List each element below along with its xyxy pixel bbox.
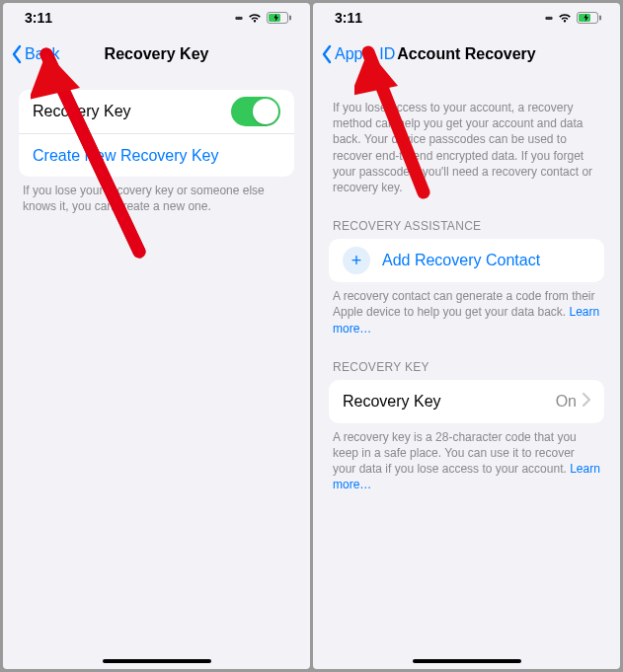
row-link-label: Add Recovery Contact bbox=[382, 252, 590, 269]
home-indicator[interactable] bbox=[103, 659, 211, 663]
wifi-icon bbox=[557, 12, 573, 24]
recovery-key-row[interactable]: Recovery Key bbox=[19, 90, 294, 133]
cellular-icon: •••• bbox=[235, 13, 241, 24]
battery-icon bbox=[267, 12, 292, 24]
status-right: •••• bbox=[545, 12, 602, 24]
svg-rect-5 bbox=[599, 16, 601, 21]
assistance-footer: A recovery contact can generate a code f… bbox=[329, 282, 604, 336]
status-time: 3:11 bbox=[25, 10, 52, 26]
battery-icon bbox=[577, 12, 602, 24]
chevron-left-icon bbox=[11, 44, 23, 64]
plus-icon: + bbox=[343, 247, 370, 274]
wifi-icon bbox=[247, 12, 263, 24]
add-recovery-contact-row[interactable]: + Add Recovery Contact bbox=[329, 239, 604, 282]
recovery-key-group: Recovery Key Create New Recovery Key bbox=[19, 90, 294, 177]
status-bar: 3:11 •••• bbox=[313, 3, 620, 33]
home-indicator[interactable] bbox=[413, 659, 521, 663]
row-label: Recovery Key bbox=[33, 103, 231, 120]
chevron-right-icon bbox=[583, 393, 590, 411]
status-bar: 3:11 •••• bbox=[3, 3, 310, 33]
recovery-key-group: Recovery Key On bbox=[329, 380, 604, 423]
phone-right: 3:11 •••• Apple ID Account Recovery If y… bbox=[313, 3, 620, 669]
nav-bar: Back Recovery Key bbox=[3, 33, 310, 76]
status-time: 3:11 bbox=[335, 10, 362, 26]
footer-text: A recovery key is a 28-character code th… bbox=[333, 430, 577, 476]
back-button-label: Back bbox=[25, 45, 60, 63]
back-button[interactable]: Apple ID bbox=[321, 44, 395, 64]
section-header-key: RECOVERY KEY bbox=[329, 360, 604, 380]
key-footer: A recovery key is a 28-character code th… bbox=[329, 423, 604, 493]
back-button[interactable]: Back bbox=[11, 44, 60, 64]
intro-text: If you lose access to your account, a re… bbox=[329, 100, 604, 195]
back-button-label: Apple ID bbox=[335, 45, 395, 63]
chevron-left-icon bbox=[321, 44, 333, 64]
nav-bar: Apple ID Account Recovery bbox=[313, 33, 620, 76]
recovery-key-toggle[interactable] bbox=[231, 97, 280, 126]
cellular-icon: •••• bbox=[545, 13, 551, 24]
row-value: On bbox=[556, 393, 577, 411]
toggle-knob bbox=[253, 99, 278, 124]
svg-rect-2 bbox=[289, 16, 291, 21]
content: Recovery Key Create New Recovery Key If … bbox=[3, 76, 310, 669]
status-right: •••• bbox=[235, 12, 292, 24]
create-new-recovery-key-row[interactable]: Create New Recovery Key bbox=[19, 133, 294, 177]
phone-left: 3:11 •••• Back Recovery Key Recovery Key bbox=[3, 3, 310, 669]
row-label: Recovery Key bbox=[343, 393, 556, 411]
group-footer: If you lose your recovery key or someone… bbox=[19, 177, 294, 214]
recovery-key-row[interactable]: Recovery Key On bbox=[329, 380, 604, 423]
content: If you lose access to your account, a re… bbox=[313, 76, 620, 669]
row-link-label: Create New Recovery Key bbox=[33, 147, 280, 165]
footer-text: A recovery contact can generate a code f… bbox=[333, 289, 594, 319]
assistance-group: + Add Recovery Contact bbox=[329, 239, 604, 282]
section-header-assistance: RECOVERY ASSISTANCE bbox=[329, 219, 604, 239]
